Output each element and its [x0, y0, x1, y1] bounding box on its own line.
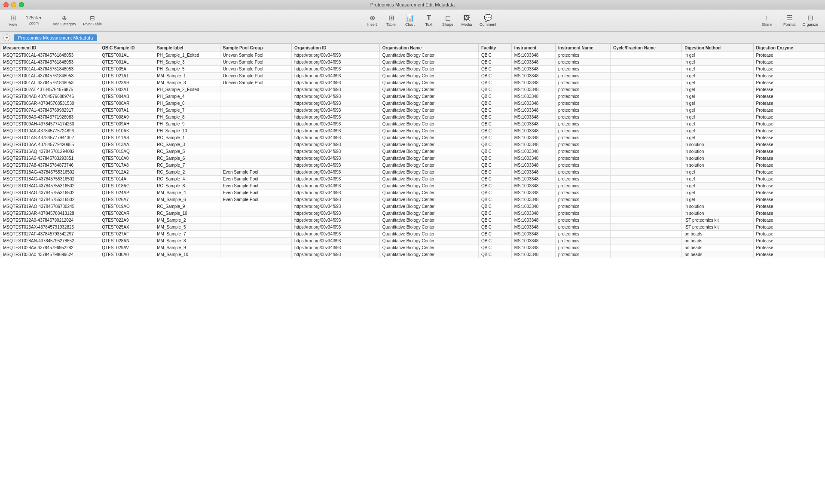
table-cell[interactable]: MSQTEST017A8-437845784873746 [0, 162, 99, 169]
table-cell[interactable]: Even Sample Pool [220, 196, 291, 203]
table-cell[interactable]: proteomics [556, 79, 611, 86]
table-cell[interactable]: QTEST005AI [99, 66, 154, 73]
table-cell[interactable]: MSQTEST018AG-437845755316502 [0, 196, 99, 203]
table-cell[interactable]: MSQTEST029AV-437845796952282 [0, 244, 99, 251]
table-cell[interactable]: QTEST011AS [99, 134, 154, 141]
table-cell[interactable]: MSQTEST009AH-437845774174260 [0, 121, 99, 128]
minimize-button[interactable] [11, 2, 16, 7]
table-cell[interactable]: MSQTEST020AR-437845788413128 [0, 210, 99, 217]
table-cell[interactable]: MS:1003348 [511, 162, 555, 169]
add-category-button[interactable]: ⊕ Add Category [49, 13, 79, 28]
table-cell[interactable]: https://ror.org/00v34f693 [292, 196, 380, 203]
share-button[interactable]: ↑ Share [757, 13, 776, 28]
view-button[interactable]: ⊞ View [3, 13, 22, 28]
table-cell[interactable]: RC_Sample_3 [154, 141, 220, 148]
chart-button[interactable]: 📊 Chart [400, 13, 419, 28]
table-cell[interactable]: Protease [753, 134, 825, 141]
table-cell[interactable]: PH_Sample_8 [154, 114, 220, 121]
table-cell[interactable]: RC_Sample_2 [154, 169, 220, 176]
table-cell[interactable] [220, 231, 291, 238]
table-row[interactable]: MSQTEST028AN-437845795278652QTEST028ANMM… [0, 238, 825, 244]
table-cell[interactable]: MM_Sample_1 [154, 73, 220, 79]
table-cell[interactable]: Protease [753, 224, 825, 231]
table-cell[interactable]: QBiC [478, 169, 511, 176]
table-cell[interactable]: in gel [682, 52, 753, 59]
table-cell[interactable]: MS:1003348 [511, 244, 555, 251]
table-cell[interactable]: Quantitative Biology Center [379, 66, 478, 73]
table-cell[interactable]: Protease [753, 189, 825, 196]
table-cell[interactable] [610, 79, 681, 86]
table-cell[interactable]: Protease [753, 210, 825, 217]
table-cell[interactable]: Protease [753, 93, 825, 100]
table-row[interactable]: MSQTEST001AL-437845761848053QTEST001ALPH… [0, 52, 825, 59]
table-cell[interactable]: MSQTEST018AG-437845755316502 [0, 189, 99, 196]
table-button[interactable]: ⊞ Table [382, 13, 400, 28]
table-cell[interactable]: MSQTEST019AO-437845786780245 [0, 203, 99, 210]
table-cell[interactable] [220, 134, 291, 141]
table-cell[interactable]: proteomics [556, 141, 611, 148]
table-cell[interactable]: https://ror.org/00v34f693 [292, 107, 380, 114]
table-cell[interactable]: Quantitative Biology Center [379, 176, 478, 183]
table-cell[interactable]: QTEST004AB [99, 93, 154, 100]
table-cell[interactable]: QBiC [478, 107, 511, 114]
table-cell[interactable] [610, 169, 681, 176]
table-cell[interactable]: https://ror.org/00v34f693 [292, 141, 380, 148]
table-cell[interactable]: MSQTEST001AL-437845761848053 [0, 73, 99, 79]
table-cell[interactable]: Quantitative Biology Center [379, 244, 478, 251]
spreadsheet-container[interactable]: Measurement IDQBiC Sample IDSample label… [0, 44, 825, 504]
table-cell[interactable] [610, 52, 681, 59]
table-row[interactable]: MSQTEST007A1-437845769982917QTEST007A1PH… [0, 107, 825, 114]
table-cell[interactable]: Quantitative Biology Center [379, 196, 478, 203]
table-cell[interactable]: Quantitative Biology Center [379, 217, 478, 224]
table-cell[interactable]: MSQTEST008A9-437845771926083 [0, 114, 99, 121]
table-cell[interactable]: Protease [753, 128, 825, 134]
table-cell[interactable]: Quantitative Biology Center [379, 231, 478, 238]
table-cell[interactable]: https://ror.org/00v34f693 [292, 128, 380, 134]
table-cell[interactable]: MSQTEST006AR-437845768531530 [0, 100, 99, 107]
table-cell[interactable] [610, 224, 681, 231]
table-cell[interactable]: proteomics [556, 128, 611, 134]
table-cell[interactable]: MSQTEST001AL-437845761848053 [0, 59, 99, 66]
table-cell[interactable] [220, 203, 291, 210]
table-cell[interactable]: Uneven Sample Pool [220, 66, 291, 73]
table-cell[interactable] [610, 121, 681, 128]
table-cell[interactable]: proteomics [556, 114, 611, 121]
table-cell[interactable]: https://ror.org/00v34f693 [292, 114, 380, 121]
pivot-table-button[interactable]: ⊟ Pivot Table [79, 13, 105, 28]
table-cell[interactable]: MS:1003348 [511, 203, 555, 210]
table-cell[interactable]: proteomics [556, 251, 611, 258]
table-cell[interactable]: proteomics [556, 107, 611, 114]
table-cell[interactable]: Protease [753, 155, 825, 162]
table-cell[interactable] [220, 210, 291, 217]
table-cell[interactable] [610, 217, 681, 224]
table-cell[interactable]: PH_Sample_1_Edited [154, 52, 220, 59]
table-cell[interactable]: Quantitative Biology Center [379, 79, 478, 86]
table-cell[interactable] [610, 189, 681, 196]
table-cell[interactable]: proteomics [556, 100, 611, 107]
table-cell[interactable]: RC_Sample_1 [154, 134, 220, 141]
table-cell[interactable]: Even Sample Pool [220, 183, 291, 189]
table-row[interactable]: MSQTEST006AR-437845768531530QTEST006ARPH… [0, 100, 825, 107]
table-cell[interactable]: proteomics [556, 121, 611, 128]
table-cell[interactable]: QBiC [478, 231, 511, 238]
table-cell[interactable]: QTEST021A1 [99, 73, 154, 79]
table-cell[interactable]: https://ror.org/00v34f693 [292, 155, 380, 162]
table-cell[interactable]: MSQTEST018AG-437845755316502 [0, 176, 99, 183]
table-cell[interactable]: MM_Sample_8 [154, 238, 220, 244]
table-cell[interactable]: QTEST017A8 [99, 162, 154, 169]
table-cell[interactable]: MM_Sample_4 [154, 189, 220, 196]
table-cell[interactable] [220, 107, 291, 114]
table-cell[interactable] [610, 128, 681, 134]
table-cell[interactable]: MS:1003348 [511, 224, 555, 231]
table-cell[interactable]: https://ror.org/00v34f693 [292, 73, 380, 79]
table-row[interactable]: MSQTEST001AL-437845761848053QTEST001ALPH… [0, 59, 825, 66]
table-cell[interactable] [610, 238, 681, 244]
table-cell[interactable]: in gel [682, 93, 753, 100]
sheet-tab-active[interactable]: Proteomics Measurement Metadata [14, 34, 97, 41]
table-cell[interactable]: MM_Sample_7 [154, 231, 220, 238]
table-cell[interactable] [220, 162, 291, 169]
table-cell[interactable]: proteomics [556, 238, 611, 244]
table-cell[interactable]: in gel [682, 79, 753, 86]
table-row[interactable]: MSQTEST029AV-437845796952282QTEST029AVMM… [0, 244, 825, 251]
table-cell[interactable]: Protease [753, 203, 825, 210]
